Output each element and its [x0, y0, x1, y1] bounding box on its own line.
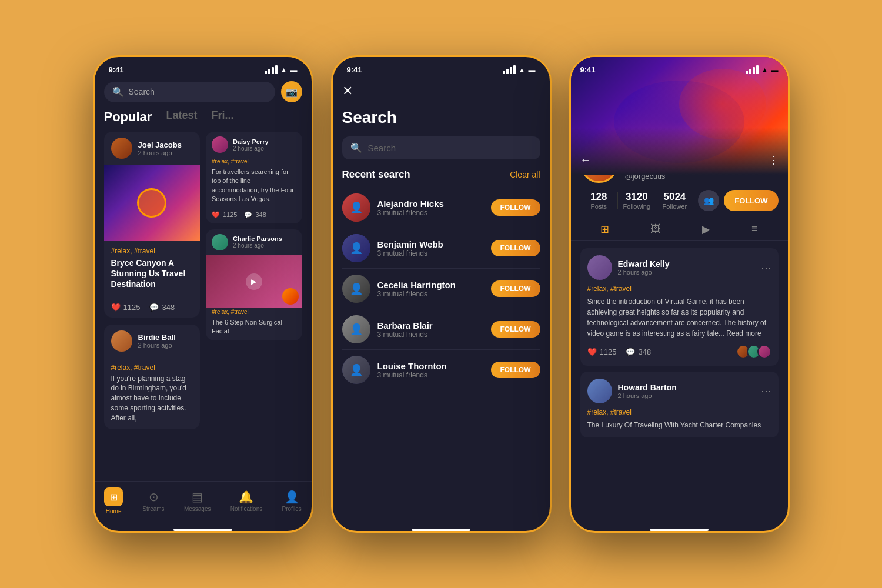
daisy-stats: ❤️ 1125 💬 348 — [206, 209, 302, 223]
phone2-content: ✕ Search 🔍 Search Recent search Clear al… — [333, 79, 550, 531]
tab-video[interactable]: ▶ — [702, 223, 710, 236]
search-info-2: Cecelia Harrington 3 mutual friends — [377, 280, 484, 298]
tab-photos[interactable]: 🖼 — [650, 223, 661, 236]
avatar-cecelia: 👤 — [342, 275, 370, 303]
wifi-icon-3: ▲ — [761, 66, 769, 74]
more-dots-howard[interactable]: ⋯ — [761, 385, 771, 397]
post-card-birdie: Birdie Ball 2 hours ago #relax, #travel … — [104, 325, 201, 429]
recent-title: Recent search — [342, 169, 410, 181]
profile-top-bar: 9:41 ▲ ▬ — [571, 65, 788, 74]
avatar-louise: 👤 — [342, 356, 370, 384]
content-tabs: ⊞ 🖼 ▶ ≡ — [571, 218, 788, 241]
avatar-daisy — [212, 136, 228, 153]
daisy-info: Daisy Perry 2 hours ago — [233, 138, 269, 152]
tab-friends[interactable]: Fri... — [211, 109, 233, 125]
clear-all-button[interactable]: Clear all — [510, 170, 540, 179]
search-placeholder-1: Search — [129, 87, 155, 96]
search-bar-1[interactable]: 🔍 Search — [104, 82, 275, 102]
avatar-birdie — [111, 330, 132, 352]
feed-scroll: Joel Jacobs 2 hours ago — [95, 132, 312, 481]
post-header-1: Joel Jacobs 2 hours ago — [104, 132, 201, 165]
camera-button[interactable]: 📷 — [281, 81, 302, 102]
edward-comments: 💬 348 — [626, 348, 651, 356]
tab-latest[interactable]: Latest — [166, 109, 197, 125]
battery-icon-3: ▬ — [771, 66, 779, 74]
add-friend-btn[interactable]: 👥 — [698, 190, 719, 211]
daisy-tags: #relax, #travel — [212, 158, 296, 166]
phone-3: 9:41 ▲ ▬ ← ⋮ — [569, 55, 790, 533]
comments-count-1: 348 — [162, 303, 175, 312]
wifi-icon: ▲ — [280, 66, 288, 74]
search-name-3: Barbara Blair — [377, 320, 484, 330]
wifi-icon-2: ▲ — [519, 66, 526, 74]
tab-playlist[interactable]: ≡ — [751, 223, 758, 236]
post-body-1: #relax, #travel Bryce Canyon A Stunning … — [104, 241, 201, 299]
edward-likes-count: 1125 — [600, 348, 617, 356]
close-button[interactable]: ✕ — [342, 83, 353, 99]
messages-icon: ▤ — [192, 490, 203, 504]
more-dots-edward[interactable]: ⋯ — [761, 261, 771, 274]
status-bar-1: 9:41 ▲ ▬ — [95, 57, 312, 79]
follow-btn-4[interactable]: FOLLOW — [491, 362, 540, 378]
profile-avatar: 👤 — [580, 175, 618, 183]
back-button[interactable]: ← — [580, 154, 591, 166]
likes-stat-1: ❤️ 1125 — [111, 303, 141, 312]
tab-popular[interactable]: Popular — [104, 109, 152, 125]
daisy-text: For travellers searching for top of the … — [212, 168, 296, 204]
signal-icon-2 — [503, 65, 516, 74]
edward-likes: ❤️ 1125 — [587, 348, 617, 356]
play-button[interactable]: ▶ — [246, 273, 262, 290]
edward-author: Edward Kelly — [618, 259, 670, 269]
reaction-av-3 — [757, 345, 771, 359]
post-title-1: Bryce Canyon A Stunning Us Travel Destin… — [111, 258, 193, 290]
comment-icon-1: 💬 — [149, 303, 159, 312]
streams-icon: ⊙ — [149, 490, 159, 504]
post-image-1 — [104, 165, 201, 241]
status-icons-2: ▲ ▬ — [503, 65, 536, 74]
profile-handle: @jorgecutis — [625, 175, 779, 181]
status-icons-1: ▲ ▬ — [265, 65, 298, 74]
post-text-birdie: If you're planning a stag do in Birmingh… — [111, 374, 193, 423]
profiles-icon: 👤 — [285, 490, 299, 504]
small-card-daisy: Daisy Perry 2 hours ago #relax, #travel … — [206, 132, 302, 223]
nav-home[interactable]: ⊞ Home — [104, 487, 123, 514]
nav-messages[interactable]: ▤ Messages — [184, 490, 211, 512]
more-button[interactable]: ⋮ — [768, 153, 779, 166]
nav-profiles[interactable]: 👤 Profiles — [282, 490, 301, 512]
follow-btn-2[interactable]: FOLLOW — [491, 280, 540, 297]
follow-btn-1[interactable]: FOLLOW — [491, 240, 540, 256]
search-mutual-0: 3 mutual friends — [377, 209, 484, 217]
search-mutual-2: 3 mutual friends — [377, 290, 484, 298]
nav-streams[interactable]: ⊙ Streams — [142, 490, 164, 512]
search-mutual-1: 3 mutual friends — [377, 249, 484, 258]
small-card-charlie: Charlie Parsons 2 hours ago ▶ #relax, # — [206, 229, 302, 341]
heart-icon-1: ❤️ — [111, 303, 121, 312]
search-header: ✕ — [342, 79, 540, 108]
comment-edward: 💬 — [626, 348, 635, 356]
nav-profiles-label: Profiles — [282, 506, 301, 512]
nav-notifications[interactable]: 🔔 Notifications — [230, 490, 262, 512]
stat-follower: 5024 Follower — [656, 191, 694, 210]
stat-posts: 128 Posts — [580, 191, 618, 210]
post-card-1: Joel Jacobs 2 hours ago — [104, 132, 201, 318]
posts-num: 128 — [580, 191, 618, 203]
avatar-edward — [587, 255, 612, 280]
nav-notifications-label: Notifications — [230, 506, 262, 512]
phone1-content: 🔍 Search 📷 Popular Latest Fri... — [95, 79, 312, 531]
howard-author: Howard Barton — [618, 383, 677, 392]
home-icon: ⊞ — [104, 487, 123, 506]
edward-text: Since the introduction of Virtual Game, … — [587, 296, 771, 339]
search-input-box[interactable]: 🔍 Search — [342, 136, 540, 159]
likes-count-1: 1125 — [123, 303, 141, 312]
avatar-barbara: 👤 — [342, 315, 370, 343]
recent-header: Recent search Clear all — [342, 169, 540, 181]
follow-btn-0[interactable]: FOLLOW — [491, 199, 540, 216]
action-buttons: 👥 FOLLOW — [698, 190, 778, 211]
post-author-info-birdie: Birdie Ball 2 hours ago — [138, 333, 176, 349]
tab-grid[interactable]: ⊞ — [600, 223, 609, 236]
follower-num: 5024 — [656, 191, 694, 203]
following-num: 3120 — [618, 191, 656, 203]
follow-profile-btn[interactable]: FOLLOW — [724, 190, 778, 211]
follow-btn-3[interactable]: FOLLOW — [491, 321, 540, 338]
status-icons-3: ▲ ▬ — [746, 65, 779, 74]
